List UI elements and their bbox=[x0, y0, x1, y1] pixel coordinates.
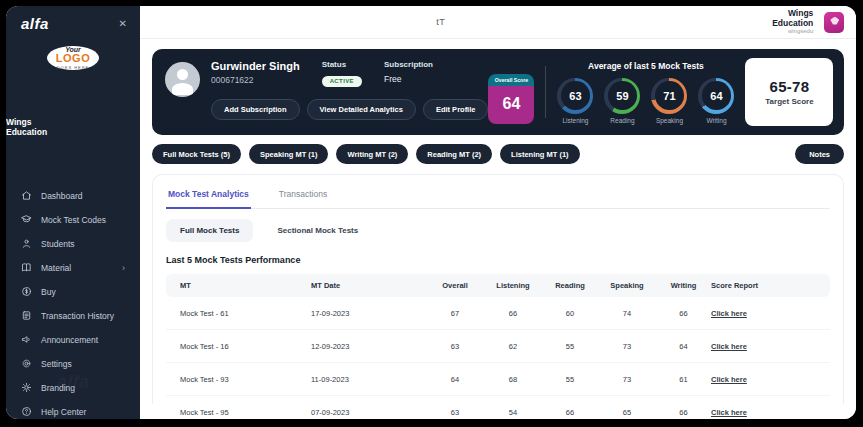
filter-chips-row: Full Mock Tests (5)Speaking MT (1)Writin… bbox=[152, 144, 844, 164]
megaphone-icon bbox=[21, 334, 32, 345]
cell-speaking: 73 bbox=[598, 375, 656, 384]
cell-score-report: Click here bbox=[711, 375, 830, 384]
cell-writing: 61 bbox=[656, 375, 711, 384]
screen-frame: alfa ✕ Your LOGO DOES HERE Wings Educati… bbox=[0, 0, 863, 427]
cell-speaking: 73 bbox=[598, 342, 656, 351]
score-report-link[interactable]: Click here bbox=[711, 375, 747, 384]
ring-label: Reading bbox=[610, 117, 634, 124]
cell-mt-date: 17-09-2023 bbox=[311, 309, 426, 318]
overall-score-label: Overall Score bbox=[488, 74, 534, 86]
sidebar-item-material[interactable]: Material› bbox=[6, 256, 140, 280]
edit-profile-button[interactable]: Edit Profile bbox=[423, 99, 489, 120]
help-icon bbox=[21, 406, 32, 417]
score-report-link[interactable]: Click here bbox=[711, 309, 747, 318]
cell-speaking: 65 bbox=[598, 408, 656, 417]
sidebar-item-label: Buy bbox=[41, 287, 56, 297]
ring-gauge: 59 bbox=[604, 78, 640, 114]
cell-listening: 66 bbox=[484, 309, 542, 318]
filter-chip-listening-mt-1[interactable]: Listening MT (1) bbox=[500, 144, 580, 164]
performance-table: MTMT DateOverallListeningReadingSpeaking… bbox=[166, 274, 830, 419]
ring-gauge: 64 bbox=[698, 78, 734, 114]
view-detailed-analytics-button[interactable]: View Detailed Analytics bbox=[307, 99, 416, 120]
cell-listening: 68 bbox=[484, 375, 542, 384]
score-rings: 63Listening59Reading71Speaking64Writing bbox=[557, 78, 734, 124]
subtab-sectional-mock-tests[interactable]: Sectional Mock Tests bbox=[263, 219, 372, 242]
subscription-label: Subscription bbox=[384, 60, 433, 69]
sidebar-item-help-center[interactable]: Help Center bbox=[6, 400, 140, 419]
topbar-org[interactable]: Wings Education wingsedu bbox=[749, 9, 814, 35]
table-row: Mock Test - 9507-09-20236354666566Click … bbox=[166, 396, 830, 419]
topbar: tT Wings Education wingsedu bbox=[140, 6, 856, 39]
dollar-icon bbox=[21, 286, 32, 297]
cell-score-report: Click here bbox=[711, 408, 830, 417]
org-avatar[interactable] bbox=[824, 12, 844, 33]
col-header-writing: Writing bbox=[656, 281, 711, 290]
table-title: Last 5 Mock Tests Performance bbox=[166, 255, 830, 265]
tab-mock-test-analytics[interactable]: Mock Test Analytics bbox=[166, 187, 251, 209]
cell-mt: Mock Test - 93 bbox=[166, 375, 311, 384]
cell-reading: 60 bbox=[542, 309, 598, 318]
cell-writing: 66 bbox=[656, 408, 711, 417]
filter-chip-full-mock-tests-5[interactable]: Full Mock Tests (5) bbox=[152, 144, 241, 164]
table-header: MTMT DateOverallListeningReadingSpeaking… bbox=[166, 274, 830, 297]
sidebar-item-label: Announcement bbox=[41, 335, 98, 345]
sidebar-item-announcement[interactable]: Announcement bbox=[6, 328, 140, 352]
cell-score-report: Click here bbox=[711, 342, 830, 351]
overall-score-widget: Overall Score 64 bbox=[488, 74, 534, 124]
tab-bar: Mock Test AnalyticsTransactions bbox=[166, 187, 830, 209]
org-link-label: Wings Education bbox=[6, 117, 47, 137]
col-header-mt: MT bbox=[166, 281, 311, 290]
col-header-overall: Overall bbox=[426, 281, 484, 290]
text-size-icon[interactable]: tT bbox=[436, 17, 445, 27]
cell-overall: 63 bbox=[426, 342, 484, 351]
cell-overall: 64 bbox=[426, 375, 484, 384]
sidebar-item-transaction-history[interactable]: Transaction History bbox=[6, 304, 140, 328]
analytics-panel: Mock Test AnalyticsTransactions Full Moc… bbox=[152, 174, 844, 404]
home-icon bbox=[21, 190, 32, 201]
table-row: Mock Test - 9311-09-20236468557361Click … bbox=[166, 363, 830, 396]
divider bbox=[545, 66, 546, 118]
ring-label: Speaking bbox=[656, 117, 683, 124]
score-report-link[interactable]: Click here bbox=[711, 408, 747, 417]
org-logo-placeholder: Your LOGO DOES HERE bbox=[47, 46, 99, 70]
sidebar-item-label: Help Center bbox=[41, 407, 86, 417]
filter-chip-writing-mt-2[interactable]: Writing MT (2) bbox=[336, 144, 408, 164]
tab-transactions[interactable]: Transactions bbox=[277, 187, 329, 208]
ring-speaking: 71Speaking bbox=[651, 78, 687, 124]
sidebar-item-buy[interactable]: Buy bbox=[6, 280, 140, 304]
sidebar-item-students[interactable]: Students bbox=[6, 232, 140, 256]
col-header-speaking: Speaking bbox=[598, 281, 656, 290]
cell-reading: 55 bbox=[542, 375, 598, 384]
sidebar-item-label: Dashboard bbox=[41, 191, 83, 201]
org-external-link[interactable]: Wings Education bbox=[6, 83, 140, 172]
gear-icon[interactable] bbox=[745, 62, 828, 149]
ring-value: 71 bbox=[655, 81, 684, 110]
sidebar-item-label: Transaction History bbox=[41, 311, 114, 321]
content: Gurwinder Singh 000671622 Status ACTIVE … bbox=[140, 39, 856, 419]
cell-writing: 64 bbox=[656, 342, 711, 351]
filter-chip-reading-mt-2[interactable]: Reading MT (2) bbox=[416, 144, 492, 164]
col-header-mt-date: MT Date bbox=[311, 281, 426, 290]
user-icon bbox=[21, 238, 32, 249]
cell-speaking: 74 bbox=[598, 309, 656, 318]
cell-listening: 54 bbox=[484, 408, 542, 417]
ring-value: 59 bbox=[608, 81, 637, 110]
cell-mt: Mock Test - 95 bbox=[166, 408, 311, 417]
subtab-full-mock-tests[interactable]: Full Mock Tests bbox=[166, 219, 253, 242]
status-label: Status bbox=[322, 60, 362, 69]
subscription-value: Free bbox=[384, 74, 433, 84]
sidebar-item-label: Mock Test Codes bbox=[41, 215, 106, 225]
cell-overall: 63 bbox=[426, 408, 484, 417]
ring-listening: 63Listening bbox=[557, 78, 593, 124]
sidebar: alfa ✕ Your LOGO DOES HERE Wings Educati… bbox=[6, 6, 140, 419]
topbar-org-name: Wings Education bbox=[749, 9, 814, 29]
score-report-link[interactable]: Click here bbox=[711, 342, 747, 351]
add-subscription-button[interactable]: Add Subscription bbox=[211, 99, 300, 120]
cell-writing: 66 bbox=[656, 309, 711, 318]
cell-mt-date: 11-09-2023 bbox=[311, 375, 426, 384]
sidebar-item-mock-test-codes[interactable]: Mock Test Codes bbox=[6, 208, 140, 232]
filter-chip-speaking-mt-1[interactable]: Speaking MT (1) bbox=[249, 144, 329, 164]
alfa-logo: alfa bbox=[21, 15, 49, 32]
sidebar-item-dashboard[interactable]: Dashboard bbox=[6, 184, 140, 208]
close-icon[interactable]: ✕ bbox=[119, 19, 127, 29]
